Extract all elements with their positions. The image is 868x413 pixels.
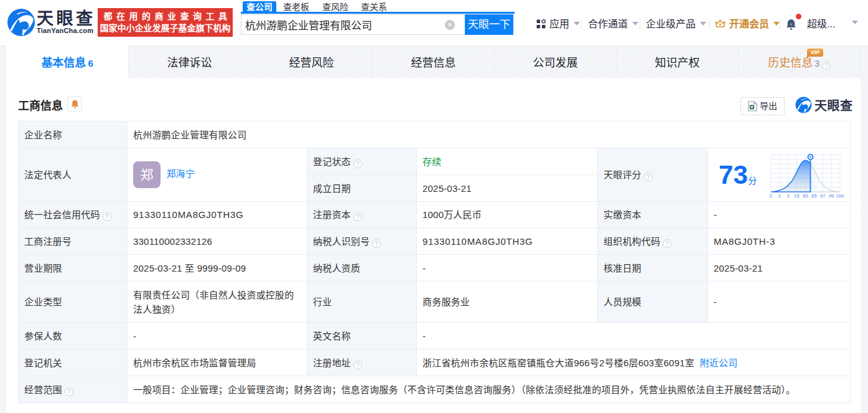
svg-text:100: 100 bbox=[836, 193, 844, 199]
svg-text:50: 50 bbox=[803, 193, 808, 199]
svg-text:3: 3 bbox=[787, 193, 790, 199]
svg-text:99: 99 bbox=[829, 193, 834, 199]
svg-text:85: 85 bbox=[811, 193, 817, 199]
svg-text:0: 0 bbox=[770, 193, 772, 199]
svg-text:15: 15 bbox=[794, 193, 800, 199]
svg-text:1: 1 bbox=[778, 193, 781, 199]
svg-text:97: 97 bbox=[820, 193, 826, 199]
